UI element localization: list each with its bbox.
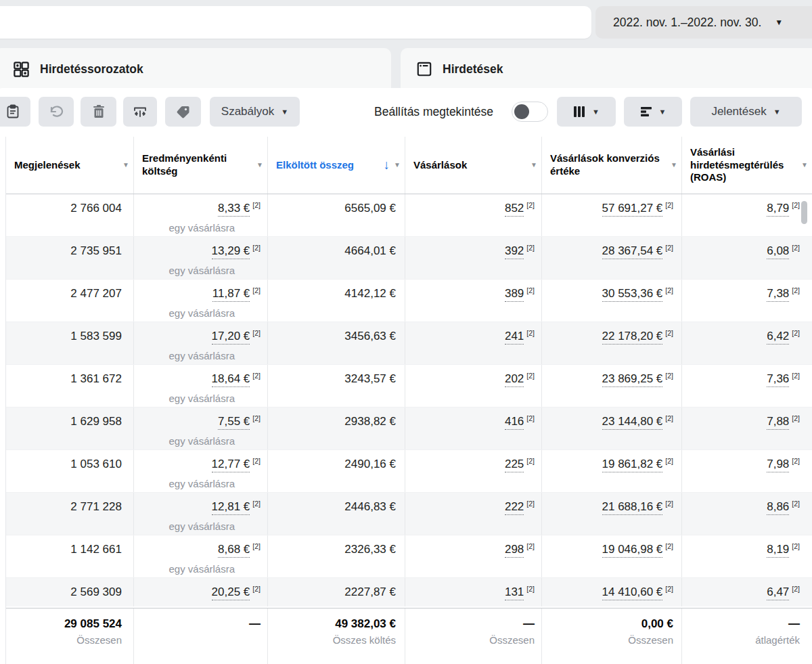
column-header-amount-spent[interactable]: Elköltött összeg ↓ ▼ bbox=[268, 137, 405, 194]
metric-value[interactable]: 14 410,60 € bbox=[602, 585, 663, 600]
metric-value[interactable]: 7,98 bbox=[767, 458, 789, 472]
footnote-marker: [2] bbox=[252, 414, 261, 422]
metric-value[interactable]: 202 bbox=[505, 372, 524, 387]
cell-purchase-value: 19 861,82 €[2] bbox=[542, 450, 682, 492]
metric-value[interactable]: 12,77 € bbox=[212, 458, 250, 472]
totals-roas: — átlagérték bbox=[682, 608, 812, 664]
tab-ads-label: Hirdetések bbox=[443, 62, 503, 76]
metric-value[interactable]: 416 bbox=[505, 415, 524, 430]
metric-value[interactable]: 6,42 bbox=[767, 330, 789, 345]
metric-value[interactable]: 30 553,36 € bbox=[602, 287, 663, 302]
column-header-roas[interactable]: Vásárlási hirdetésmegtérülés (ROAS) ▼ bbox=[682, 137, 812, 194]
reports-button[interactable]: Jelentések ▼ bbox=[690, 97, 802, 127]
metric-value[interactable]: 298 bbox=[505, 543, 524, 558]
metric-value[interactable]: 8,19 bbox=[767, 543, 789, 558]
metric-value[interactable]: 6,08 bbox=[767, 244, 789, 259]
cost-per-result-note: egy vásárlásra bbox=[134, 349, 261, 363]
ab-test-button[interactable] bbox=[123, 97, 157, 127]
metric-value[interactable]: 8,86 bbox=[767, 500, 789, 515]
metric-value[interactable]: 20,25 € bbox=[212, 585, 250, 600]
metric-value[interactable]: 392 bbox=[505, 244, 524, 259]
cell-amount-spent: 6565,09 € bbox=[268, 194, 405, 236]
cell-purchase-value: 57 691,27 €[2] bbox=[542, 194, 682, 236]
metric-value: 6565,09 € bbox=[344, 202, 396, 215]
column-header-purchases[interactable]: Vásárlások ▼ bbox=[405, 137, 542, 194]
cost-per-result-note: egy vásárlásra bbox=[134, 306, 261, 321]
toggle-knob bbox=[514, 104, 529, 119]
metric-value[interactable]: 852 bbox=[505, 202, 524, 217]
metric-value[interactable]: 22 178,20 € bbox=[602, 330, 663, 345]
metric-value[interactable]: 7,36 bbox=[767, 372, 789, 387]
metric-value[interactable]: 17,20 € bbox=[212, 330, 250, 345]
footnote-marker: [2] bbox=[252, 457, 261, 465]
tab-ad-sets[interactable]: Hirdetéssorozatok bbox=[0, 48, 391, 90]
footnote-marker: [2] bbox=[252, 244, 261, 252]
cell-amount-spent: 2446,83 € bbox=[268, 493, 405, 535]
metric-value: 2446,83 € bbox=[344, 500, 396, 513]
metric-value: 4664,01 € bbox=[344, 244, 396, 257]
metric-value[interactable]: 21 688,16 € bbox=[602, 500, 663, 515]
metric-value[interactable]: 241 bbox=[505, 330, 524, 345]
metric-value[interactable]: 23 869,25 € bbox=[602, 372, 663, 387]
ab-test-icon bbox=[133, 105, 148, 118]
metric-value[interactable]: 28 367,54 € bbox=[602, 244, 663, 259]
metric-value[interactable]: 389 bbox=[505, 287, 524, 302]
metric-value[interactable]: 13,29 € bbox=[212, 244, 250, 259]
search-filter-bar[interactable] bbox=[0, 6, 591, 39]
metric-value[interactable]: 225 bbox=[505, 458, 524, 472]
cell-roas: 8,86[2] bbox=[682, 493, 812, 535]
footnote-marker: [2] bbox=[526, 286, 535, 294]
metric-value[interactable]: 57 691,27 € bbox=[602, 202, 663, 217]
metric-value[interactable]: 8,68 € bbox=[218, 543, 250, 558]
metric-value[interactable]: 19 046,98 € bbox=[602, 543, 663, 558]
table-row: 1 142 6618,68 €[2]egy vásárlásra2326,33 … bbox=[6, 535, 812, 578]
column-header-cost-per-result[interactable]: Eredményenkénti költség ▼ bbox=[134, 137, 268, 194]
metric-value[interactable]: 8,33 € bbox=[218, 202, 250, 217]
vertical-scrollbar-thumb[interactable] bbox=[801, 201, 807, 224]
cell-amount-spent: 2938,82 € bbox=[268, 407, 405, 449]
metric-value[interactable]: 23 144,80 € bbox=[602, 415, 663, 430]
metric-value[interactable]: 7,88 bbox=[767, 415, 789, 430]
metric-value[interactable]: 12,81 € bbox=[212, 500, 250, 515]
date-range-button[interactable]: 2022. nov. 1.–2022. nov. 30. ▼ bbox=[595, 6, 812, 39]
metric-value[interactable]: 222 bbox=[505, 500, 524, 515]
chevron-down-icon: ▼ bbox=[801, 161, 808, 170]
footnote-marker: [2] bbox=[252, 542, 261, 550]
metric-value[interactable]: 8,79 bbox=[767, 202, 789, 217]
paste-button[interactable] bbox=[0, 97, 30, 127]
footnote-marker: [2] bbox=[526, 414, 535, 422]
footnote-marker: [2] bbox=[665, 372, 673, 380]
cell-roas: 8,19[2] bbox=[682, 535, 812, 577]
footnote-marker: [2] bbox=[665, 244, 673, 252]
view-setup-toggle[interactable] bbox=[512, 102, 548, 122]
tag-button[interactable] bbox=[165, 97, 201, 127]
metric-value[interactable]: 7,38 bbox=[767, 287, 789, 302]
columns-button[interactable]: ▼ bbox=[557, 97, 616, 127]
metric-value[interactable]: 7,55 € bbox=[218, 415, 250, 430]
metric-value[interactable]: 131 bbox=[505, 585, 524, 600]
rules-button[interactable]: Szabályok ▼ bbox=[210, 97, 300, 127]
metric-value[interactable]: 18,64 € bbox=[212, 372, 250, 387]
delete-button[interactable] bbox=[81, 97, 116, 127]
toolbar: Szabályok ▼ Beállítás megtekintése ▼ bbox=[0, 97, 812, 127]
cell-roas: 7,36[2] bbox=[682, 365, 812, 407]
column-header-purchase-value[interactable]: Vásárlások konverziós értéke ▼ bbox=[542, 137, 682, 194]
rules-button-label: Szabályok bbox=[221, 105, 274, 118]
undo-button[interactable] bbox=[39, 97, 74, 127]
column-header-impressions[interactable]: Megjelenések ▼ bbox=[6, 137, 134, 194]
chevron-down-icon: ▼ bbox=[394, 161, 401, 170]
metric-value[interactable]: 11,87 € bbox=[212, 287, 250, 302]
cell-cost-per-result: 17,20 €[2]egy vásárlásra bbox=[134, 322, 268, 364]
totals-purchase-value: 0,00 € Összesen bbox=[542, 608, 682, 664]
breakdown-button[interactable]: ▼ bbox=[624, 97, 682, 127]
metric-value[interactable]: 19 861,82 € bbox=[602, 458, 663, 472]
cell-impressions: 1 629 958 bbox=[6, 407, 134, 449]
chevron-down-icon: ▼ bbox=[256, 161, 263, 170]
metric-value: 2 766 004 bbox=[70, 202, 122, 215]
cost-per-result-note: egy vásárlásra bbox=[134, 263, 261, 278]
metric-value[interactable]: 6,47 bbox=[767, 585, 789, 600]
footnote-marker: [2] bbox=[792, 372, 800, 380]
metric-value: 1 142 661 bbox=[70, 543, 122, 556]
tab-ads[interactable]: Hirdetések bbox=[401, 48, 812, 90]
footnote-marker: [2] bbox=[792, 457, 800, 465]
